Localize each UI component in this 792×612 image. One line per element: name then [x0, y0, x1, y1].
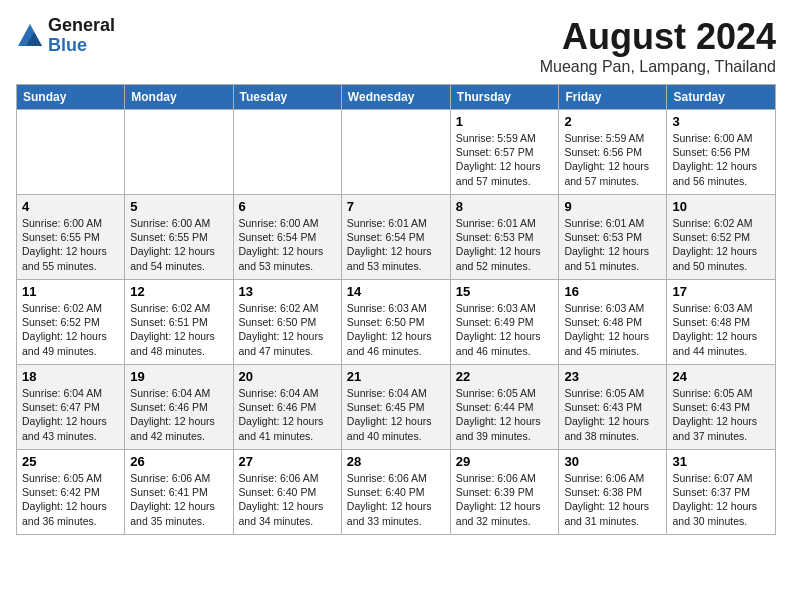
logo-line1: General — [48, 16, 115, 36]
day-number: 7 — [347, 199, 445, 214]
page-header: General Blue August 2024 Mueang Pan, Lam… — [16, 16, 776, 76]
week-row-4: 18Sunrise: 6:04 AM Sunset: 6:47 PM Dayli… — [17, 365, 776, 450]
day-number: 10 — [672, 199, 770, 214]
day-number: 14 — [347, 284, 445, 299]
day-cell: 20Sunrise: 6:04 AM Sunset: 6:46 PM Dayli… — [233, 365, 341, 450]
day-number: 15 — [456, 284, 554, 299]
day-cell: 31Sunrise: 6:07 AM Sunset: 6:37 PM Dayli… — [667, 450, 776, 535]
day-number: 24 — [672, 369, 770, 384]
day-content: Sunrise: 6:01 AM Sunset: 6:54 PM Dayligh… — [347, 216, 445, 273]
day-cell: 17Sunrise: 6:03 AM Sunset: 6:48 PM Dayli… — [667, 280, 776, 365]
day-content: Sunrise: 6:00 AM Sunset: 6:55 PM Dayligh… — [22, 216, 119, 273]
day-number: 11 — [22, 284, 119, 299]
day-cell: 11Sunrise: 6:02 AM Sunset: 6:52 PM Dayli… — [17, 280, 125, 365]
day-content: Sunrise: 6:02 AM Sunset: 6:52 PM Dayligh… — [672, 216, 770, 273]
day-cell: 7Sunrise: 6:01 AM Sunset: 6:54 PM Daylig… — [341, 195, 450, 280]
day-number: 13 — [239, 284, 336, 299]
day-content: Sunrise: 6:00 AM Sunset: 6:56 PM Dayligh… — [672, 131, 770, 188]
day-content: Sunrise: 6:02 AM Sunset: 6:50 PM Dayligh… — [239, 301, 336, 358]
day-content: Sunrise: 6:01 AM Sunset: 6:53 PM Dayligh… — [456, 216, 554, 273]
day-content: Sunrise: 6:02 AM Sunset: 6:52 PM Dayligh… — [22, 301, 119, 358]
day-cell: 9Sunrise: 6:01 AM Sunset: 6:53 PM Daylig… — [559, 195, 667, 280]
day-cell: 5Sunrise: 6:00 AM Sunset: 6:55 PM Daylig… — [125, 195, 233, 280]
day-cell: 6Sunrise: 6:00 AM Sunset: 6:54 PM Daylig… — [233, 195, 341, 280]
day-number: 6 — [239, 199, 336, 214]
day-number: 19 — [130, 369, 227, 384]
calendar-table: SundayMondayTuesdayWednesdayThursdayFrid… — [16, 84, 776, 535]
day-content: Sunrise: 6:03 AM Sunset: 6:48 PM Dayligh… — [564, 301, 661, 358]
day-cell: 19Sunrise: 6:04 AM Sunset: 6:46 PM Dayli… — [125, 365, 233, 450]
day-content: Sunrise: 6:04 AM Sunset: 6:45 PM Dayligh… — [347, 386, 445, 443]
day-number: 18 — [22, 369, 119, 384]
day-number: 5 — [130, 199, 227, 214]
day-cell — [233, 110, 341, 195]
day-content: Sunrise: 6:03 AM Sunset: 6:49 PM Dayligh… — [456, 301, 554, 358]
day-cell: 29Sunrise: 6:06 AM Sunset: 6:39 PM Dayli… — [450, 450, 559, 535]
logo: General Blue — [16, 16, 115, 56]
day-cell — [125, 110, 233, 195]
day-content: Sunrise: 6:04 AM Sunset: 6:46 PM Dayligh… — [239, 386, 336, 443]
logo-icon — [16, 22, 44, 50]
day-cell: 10Sunrise: 6:02 AM Sunset: 6:52 PM Dayli… — [667, 195, 776, 280]
day-content: Sunrise: 6:05 AM Sunset: 6:42 PM Dayligh… — [22, 471, 119, 528]
day-content: Sunrise: 6:00 AM Sunset: 6:54 PM Dayligh… — [239, 216, 336, 273]
day-content: Sunrise: 6:05 AM Sunset: 6:43 PM Dayligh… — [564, 386, 661, 443]
day-cell: 8Sunrise: 6:01 AM Sunset: 6:53 PM Daylig… — [450, 195, 559, 280]
week-row-1: 1Sunrise: 5:59 AM Sunset: 6:57 PM Daylig… — [17, 110, 776, 195]
day-cell: 15Sunrise: 6:03 AM Sunset: 6:49 PM Dayli… — [450, 280, 559, 365]
header-cell-friday: Friday — [559, 85, 667, 110]
day-cell: 27Sunrise: 6:06 AM Sunset: 6:40 PM Dayli… — [233, 450, 341, 535]
day-number: 1 — [456, 114, 554, 129]
day-cell: 21Sunrise: 6:04 AM Sunset: 6:45 PM Dayli… — [341, 365, 450, 450]
day-number: 9 — [564, 199, 661, 214]
day-number: 17 — [672, 284, 770, 299]
header-cell-wednesday: Wednesday — [341, 85, 450, 110]
week-row-5: 25Sunrise: 6:05 AM Sunset: 6:42 PM Dayli… — [17, 450, 776, 535]
day-number: 29 — [456, 454, 554, 469]
day-cell: 22Sunrise: 6:05 AM Sunset: 6:44 PM Dayli… — [450, 365, 559, 450]
header-cell-monday: Monday — [125, 85, 233, 110]
day-number: 27 — [239, 454, 336, 469]
day-number: 16 — [564, 284, 661, 299]
week-row-3: 11Sunrise: 6:02 AM Sunset: 6:52 PM Dayli… — [17, 280, 776, 365]
day-number: 20 — [239, 369, 336, 384]
logo-line2: Blue — [48, 36, 115, 56]
day-number: 25 — [22, 454, 119, 469]
day-number: 8 — [456, 199, 554, 214]
day-content: Sunrise: 6:06 AM Sunset: 6:41 PM Dayligh… — [130, 471, 227, 528]
day-content: Sunrise: 5:59 AM Sunset: 6:57 PM Dayligh… — [456, 131, 554, 188]
day-cell: 12Sunrise: 6:02 AM Sunset: 6:51 PM Dayli… — [125, 280, 233, 365]
day-content: Sunrise: 6:06 AM Sunset: 6:40 PM Dayligh… — [239, 471, 336, 528]
header-cell-thursday: Thursday — [450, 85, 559, 110]
day-number: 26 — [130, 454, 227, 469]
day-number: 21 — [347, 369, 445, 384]
day-content: Sunrise: 6:06 AM Sunset: 6:40 PM Dayligh… — [347, 471, 445, 528]
day-cell: 25Sunrise: 6:05 AM Sunset: 6:42 PM Dayli… — [17, 450, 125, 535]
header-row: SundayMondayTuesdayWednesdayThursdayFrid… — [17, 85, 776, 110]
day-content: Sunrise: 6:03 AM Sunset: 6:48 PM Dayligh… — [672, 301, 770, 358]
header-cell-tuesday: Tuesday — [233, 85, 341, 110]
day-number: 22 — [456, 369, 554, 384]
day-content: Sunrise: 6:04 AM Sunset: 6:47 PM Dayligh… — [22, 386, 119, 443]
week-row-2: 4Sunrise: 6:00 AM Sunset: 6:55 PM Daylig… — [17, 195, 776, 280]
header-cell-saturday: Saturday — [667, 85, 776, 110]
header-cell-sunday: Sunday — [17, 85, 125, 110]
day-cell: 30Sunrise: 6:06 AM Sunset: 6:38 PM Dayli… — [559, 450, 667, 535]
day-content: Sunrise: 6:02 AM Sunset: 6:51 PM Dayligh… — [130, 301, 227, 358]
day-content: Sunrise: 6:07 AM Sunset: 6:37 PM Dayligh… — [672, 471, 770, 528]
day-number: 3 — [672, 114, 770, 129]
day-content: Sunrise: 6:01 AM Sunset: 6:53 PM Dayligh… — [564, 216, 661, 273]
day-number: 2 — [564, 114, 661, 129]
day-number: 4 — [22, 199, 119, 214]
day-cell: 4Sunrise: 6:00 AM Sunset: 6:55 PM Daylig… — [17, 195, 125, 280]
day-cell: 13Sunrise: 6:02 AM Sunset: 6:50 PM Dayli… — [233, 280, 341, 365]
day-cell — [341, 110, 450, 195]
day-number: 31 — [672, 454, 770, 469]
day-content: Sunrise: 6:04 AM Sunset: 6:46 PM Dayligh… — [130, 386, 227, 443]
day-cell: 18Sunrise: 6:04 AM Sunset: 6:47 PM Dayli… — [17, 365, 125, 450]
day-cell: 1Sunrise: 5:59 AM Sunset: 6:57 PM Daylig… — [450, 110, 559, 195]
day-cell: 24Sunrise: 6:05 AM Sunset: 6:43 PM Dayli… — [667, 365, 776, 450]
day-content: Sunrise: 5:59 AM Sunset: 6:56 PM Dayligh… — [564, 131, 661, 188]
day-cell: 28Sunrise: 6:06 AM Sunset: 6:40 PM Dayli… — [341, 450, 450, 535]
day-number: 12 — [130, 284, 227, 299]
